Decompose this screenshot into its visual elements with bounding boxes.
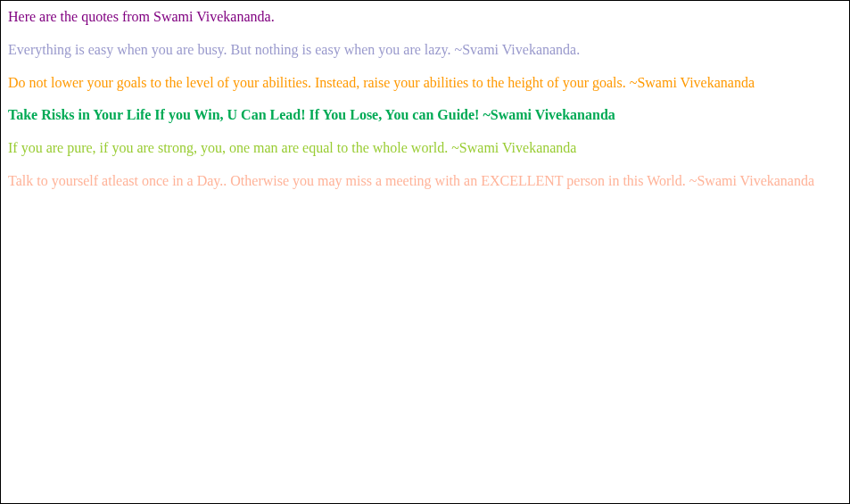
quote-line: If you are pure, if you are strong, you,… <box>8 139 842 158</box>
quote-line: Take Risks in Your Life If you Win, U Ca… <box>8 106 842 125</box>
quote-line: Do not lower your goals to the level of … <box>8 74 842 93</box>
quote-line: Everything is easy when you are busy. Bu… <box>8 41 842 60</box>
quote-line: Talk to yourself atleast once in a Day..… <box>8 172 842 191</box>
page-heading: Here are the quotes from Swami Vivekanan… <box>8 8 842 27</box>
